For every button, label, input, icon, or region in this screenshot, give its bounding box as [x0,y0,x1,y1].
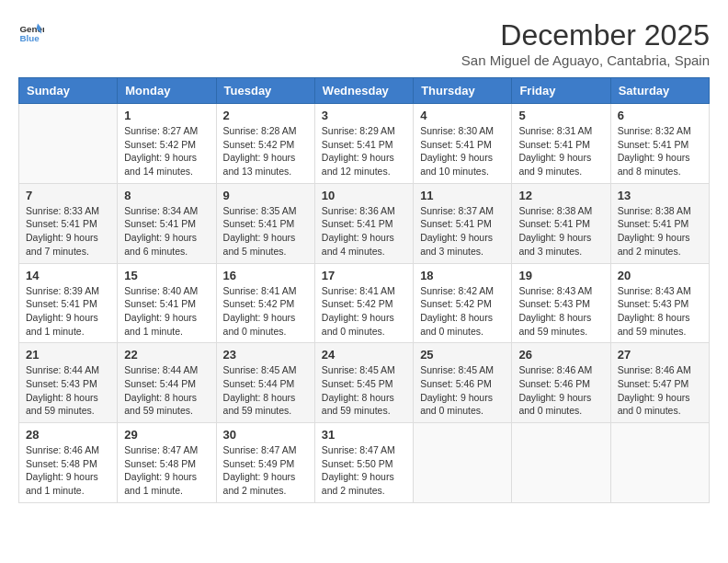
day-info: Sunrise: 8:31 AMSunset: 5:41 PMDaylight:… [518,124,603,178]
day-number: 28 [26,428,110,442]
day-info: Sunrise: 8:41 AMSunset: 5:42 PMDaylight:… [322,284,406,339]
day-number: 14 [26,269,110,282]
day-number: 26 [518,348,603,362]
day-info: Sunrise: 8:46 AMSunset: 5:47 PMDaylight:… [618,363,702,418]
day-info: Sunrise: 8:43 AMSunset: 5:43 PMDaylight:… [618,284,702,339]
day-info: Sunrise: 8:45 AMSunset: 5:45 PMDaylight:… [322,363,406,418]
day-number: 7 [26,189,110,202]
calendar-cell: 27Sunrise: 8:46 AMSunset: 5:47 PMDayligh… [610,343,709,423]
calendar-cell [610,423,709,503]
day-number: 23 [223,348,308,362]
calendar-week-row: 14Sunrise: 8:39 AMSunset: 5:41 PMDayligh… [19,263,710,343]
day-number: 29 [124,428,209,442]
calendar-week-row: 1Sunrise: 8:27 AMSunset: 5:42 PMDaylight… [19,104,710,184]
calendar-cell: 12Sunrise: 8:38 AMSunset: 5:41 PMDayligh… [512,183,610,263]
logo-icon: General Blue [18,18,44,44]
calendar-week-row: 7Sunrise: 8:33 AMSunset: 5:41 PMDaylight… [19,183,710,263]
day-info: Sunrise: 8:42 AMSunset: 5:42 PMDaylight:… [420,284,505,339]
day-info: Sunrise: 8:47 AMSunset: 5:48 PMDaylight:… [124,443,209,498]
day-info: Sunrise: 8:43 AMSunset: 5:43 PMDaylight:… [518,284,603,339]
calendar-table: SundayMondayTuesdayWednesdayThursdayFrid… [18,77,710,503]
title-area: December 2025 San Miguel de Aguayo, Cant… [461,18,710,68]
location: San Miguel de Aguayo, Cantabria, Spain [461,52,710,68]
day-info: Sunrise: 8:36 AMSunset: 5:41 PMDaylight:… [322,204,406,259]
weekday-header-row: SundayMondayTuesdayWednesdayThursdayFrid… [19,78,710,104]
day-info: Sunrise: 8:45 AMSunset: 5:46 PMDaylight:… [420,363,505,418]
weekday-header-sunday: Sunday [19,78,118,104]
day-number: 6 [618,109,702,122]
day-number: 15 [124,269,209,282]
day-number: 30 [223,428,308,442]
day-number: 2 [223,109,308,122]
day-info: Sunrise: 8:27 AMSunset: 5:42 PMDaylight:… [124,124,209,178]
calendar-cell [19,104,118,184]
day-info: Sunrise: 8:32 AMSunset: 5:41 PMDaylight:… [618,124,702,178]
day-number: 8 [124,189,209,202]
calendar-cell: 4Sunrise: 8:30 AMSunset: 5:41 PMDaylight… [414,104,512,184]
day-info: Sunrise: 8:47 AMSunset: 5:50 PMDaylight:… [322,443,406,498]
svg-text:Blue: Blue [19,33,40,43]
calendar-cell: 11Sunrise: 8:37 AMSunset: 5:41 PMDayligh… [414,183,512,263]
calendar-cell: 26Sunrise: 8:46 AMSunset: 5:46 PMDayligh… [512,343,610,423]
calendar-cell: 29Sunrise: 8:47 AMSunset: 5:48 PMDayligh… [118,423,216,503]
day-number: 31 [322,428,406,442]
day-number: 25 [420,348,505,362]
day-info: Sunrise: 8:44 AMSunset: 5:44 PMDaylight:… [124,363,209,418]
calendar-cell: 17Sunrise: 8:41 AMSunset: 5:42 PMDayligh… [314,263,413,343]
day-info: Sunrise: 8:34 AMSunset: 5:41 PMDaylight:… [124,204,209,259]
day-info: Sunrise: 8:30 AMSunset: 5:41 PMDaylight:… [420,124,505,178]
weekday-header-wednesday: Wednesday [314,78,413,104]
header: General Blue December 2025 San Miguel de… [18,18,710,68]
day-number: 3 [322,109,406,122]
calendar-cell: 19Sunrise: 8:43 AMSunset: 5:43 PMDayligh… [512,263,610,343]
day-number: 20 [618,269,702,282]
day-info: Sunrise: 8:46 AMSunset: 5:46 PMDaylight:… [518,363,603,418]
day-info: Sunrise: 8:40 AMSunset: 5:41 PMDaylight:… [124,284,209,339]
day-number: 16 [223,269,308,282]
day-number: 22 [124,348,209,362]
calendar-cell: 30Sunrise: 8:47 AMSunset: 5:49 PMDayligh… [216,423,314,503]
calendar-cell: 25Sunrise: 8:45 AMSunset: 5:46 PMDayligh… [414,343,512,423]
calendar-cell [414,423,512,503]
weekday-header-saturday: Saturday [610,78,709,104]
weekday-header-tuesday: Tuesday [216,78,314,104]
day-info: Sunrise: 8:28 AMSunset: 5:42 PMDaylight:… [223,124,308,178]
day-number: 4 [420,109,505,122]
calendar-cell: 13Sunrise: 8:38 AMSunset: 5:41 PMDayligh… [610,183,709,263]
calendar-cell: 20Sunrise: 8:43 AMSunset: 5:43 PMDayligh… [610,263,709,343]
day-number: 21 [26,348,110,362]
day-number: 9 [223,189,308,202]
day-number: 27 [618,348,702,362]
calendar-week-row: 28Sunrise: 8:46 AMSunset: 5:48 PMDayligh… [19,423,710,503]
day-number: 24 [322,348,406,362]
day-info: Sunrise: 8:44 AMSunset: 5:43 PMDaylight:… [26,363,110,418]
day-info: Sunrise: 8:38 AMSunset: 5:41 PMDaylight:… [618,204,702,259]
calendar-cell: 7Sunrise: 8:33 AMSunset: 5:41 PMDaylight… [19,183,118,263]
day-number: 1 [124,109,209,122]
calendar-cell: 10Sunrise: 8:36 AMSunset: 5:41 PMDayligh… [314,183,413,263]
weekday-header-thursday: Thursday [414,78,512,104]
day-info: Sunrise: 8:37 AMSunset: 5:41 PMDaylight:… [420,204,505,259]
calendar-cell: 9Sunrise: 8:35 AMSunset: 5:41 PMDaylight… [216,183,314,263]
calendar-cell: 31Sunrise: 8:47 AMSunset: 5:50 PMDayligh… [314,423,413,503]
day-number: 19 [518,269,603,282]
calendar-cell: 2Sunrise: 8:28 AMSunset: 5:42 PMDaylight… [216,104,314,184]
calendar-week-row: 21Sunrise: 8:44 AMSunset: 5:43 PMDayligh… [19,343,710,423]
day-info: Sunrise: 8:29 AMSunset: 5:41 PMDaylight:… [322,124,406,178]
calendar-cell: 21Sunrise: 8:44 AMSunset: 5:43 PMDayligh… [19,343,118,423]
weekday-header-monday: Monday [118,78,216,104]
calendar-cell: 15Sunrise: 8:40 AMSunset: 5:41 PMDayligh… [118,263,216,343]
day-number: 10 [322,189,406,202]
calendar-cell: 23Sunrise: 8:45 AMSunset: 5:44 PMDayligh… [216,343,314,423]
day-info: Sunrise: 8:47 AMSunset: 5:49 PMDaylight:… [223,443,308,498]
day-number: 17 [322,269,406,282]
logo: General Blue [18,18,44,44]
day-info: Sunrise: 8:45 AMSunset: 5:44 PMDaylight:… [223,363,308,418]
calendar-cell: 1Sunrise: 8:27 AMSunset: 5:42 PMDaylight… [118,104,216,184]
calendar-cell: 14Sunrise: 8:39 AMSunset: 5:41 PMDayligh… [19,263,118,343]
day-info: Sunrise: 8:39 AMSunset: 5:41 PMDaylight:… [26,284,110,339]
calendar-cell: 22Sunrise: 8:44 AMSunset: 5:44 PMDayligh… [118,343,216,423]
calendar-cell [512,423,610,503]
calendar-cell: 3Sunrise: 8:29 AMSunset: 5:41 PMDaylight… [314,104,413,184]
day-info: Sunrise: 8:46 AMSunset: 5:48 PMDaylight:… [26,443,110,498]
